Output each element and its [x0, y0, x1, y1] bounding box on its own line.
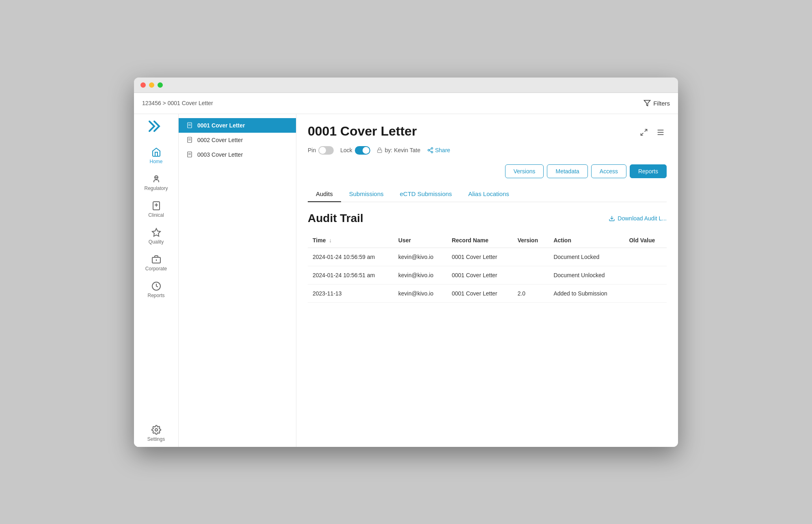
sidebar-item-regulatory[interactable]: Regulatory	[134, 169, 178, 196]
col-record-name: Record Name	[447, 233, 513, 248]
download-audit-link[interactable]: Download Audit L...	[609, 215, 667, 222]
sidebar: Home Regulatory	[134, 114, 179, 447]
col-old-value-label: Old Value	[629, 237, 655, 244]
sidebar-item-corporate-label: Corporate	[145, 266, 167, 272]
cell-action-0: Document Locked	[549, 248, 624, 266]
right-content: 0001 Cover Letter	[296, 114, 678, 447]
clinical-icon	[151, 201, 161, 211]
svg-point-9	[155, 429, 158, 431]
svg-point-26	[428, 149, 430, 151]
cell-record-0: 0001 Cover Letter	[447, 248, 513, 266]
sidebar-item-reports[interactable]: Reports	[134, 276, 178, 303]
sub-tab-audits[interactable]: Audits	[308, 186, 341, 202]
file-item-2[interactable]: 0002 Cover Letter	[179, 133, 296, 147]
file-item-1[interactable]: 0001 Cover Letter	[179, 118, 296, 133]
lock-small-icon	[377, 147, 382, 153]
cell-record-1: 0001 Cover Letter	[447, 266, 513, 284]
svg-rect-24	[378, 150, 382, 152]
share-link[interactable]: Share	[427, 147, 450, 153]
tab-metadata-label: Metadata	[555, 168, 579, 175]
pin-toggle[interactable]	[318, 146, 334, 155]
cell-time-0: 2024-01-24 10:56:59 am	[308, 248, 393, 266]
minimize-button[interactable]	[149, 82, 154, 88]
menu-button[interactable]	[654, 126, 667, 140]
col-user: User	[393, 233, 447, 248]
sub-tab-alias[interactable]: Alias Locations	[460, 186, 517, 202]
home-icon	[151, 147, 161, 157]
file-item-2-label: 0002 Cover Letter	[197, 137, 243, 143]
tab-access-label: Access	[600, 168, 618, 175]
sub-tab-alias-label: Alias Locations	[468, 190, 509, 197]
cell-version-0	[513, 248, 549, 266]
sidebar-item-settings-label: Settings	[147, 436, 165, 442]
cell-user-0: kevin@kivo.io	[393, 248, 447, 266]
logo	[146, 118, 166, 134]
sort-icon: ↓	[329, 237, 332, 244]
file-icon-2	[187, 137, 193, 143]
maximize-button[interactable]	[158, 82, 163, 88]
col-action-label: Action	[553, 237, 571, 244]
filters-button[interactable]: Filters	[644, 99, 670, 107]
tab-versions[interactable]: Versions	[505, 164, 544, 178]
sub-tab-submissions-label: Submissions	[349, 190, 384, 197]
pin-label: Pin	[308, 147, 316, 153]
sidebar-item-quality-label: Quality	[149, 239, 164, 245]
settings-icon	[151, 425, 161, 435]
expand-icon	[640, 128, 648, 136]
sidebar-item-quality[interactable]: Quality	[134, 223, 178, 250]
topbar: 123456 > 0001 Cover Letter Filters	[134, 93, 678, 114]
corporate-icon	[151, 254, 161, 264]
cell-action-1: Document Unlocked	[549, 266, 624, 284]
cell-user-1: kevin@kivo.io	[393, 266, 447, 284]
svg-line-29	[429, 149, 431, 150]
cell-old-value-1	[624, 266, 667, 284]
by-label: by: Kevin Tate	[385, 147, 421, 153]
sub-tab-ectd[interactable]: eCTD Submissions	[392, 186, 460, 202]
sub-tab-audits-label: Audits	[316, 190, 333, 197]
tab-reports[interactable]: Reports	[630, 164, 667, 178]
filter-icon	[644, 99, 651, 107]
col-time[interactable]: Time ↓	[308, 233, 393, 248]
nav-bottom: Settings	[134, 420, 178, 447]
doc-header-actions	[638, 126, 667, 140]
close-button[interactable]	[140, 82, 146, 88]
tab-metadata[interactable]: Metadata	[547, 164, 587, 178]
doc-meta: Pin Lock by: Kevin Tate	[308, 146, 667, 155]
col-time-label: Time	[313, 237, 326, 244]
app-body: 123456 > 0001 Cover Letter Filters	[134, 93, 678, 447]
audit-table: Time ↓ User Record Name Version	[308, 233, 667, 303]
sidebar-item-home-label: Home	[149, 159, 162, 164]
sidebar-item-settings[interactable]: Settings	[134, 420, 178, 447]
cell-action-2: Added to Submission	[549, 284, 624, 302]
file-item-3[interactable]: 0003 Cover Letter	[179, 147, 296, 162]
sidebar-item-clinical-label: Clinical	[148, 212, 164, 218]
file-icon-1	[187, 122, 193, 129]
sidebar-item-regulatory-label: Regulatory	[144, 185, 168, 191]
table-row: 2024-01-24 10:56:51 am kevin@kivo.io 000…	[308, 266, 667, 284]
tab-access[interactable]: Access	[591, 164, 626, 178]
cell-old-value-0	[624, 248, 667, 266]
col-version: Version	[513, 233, 549, 248]
col-record-name-label: Record Name	[452, 237, 488, 244]
cell-time-1: 2024-01-24 10:56:51 am	[308, 266, 393, 284]
tab-reports-label: Reports	[638, 168, 658, 175]
sidebar-item-corporate[interactable]: Corporate	[134, 250, 178, 276]
doc-header: 0001 Cover Letter	[308, 124, 667, 140]
pin-meta: Pin	[308, 146, 334, 155]
file-icon-3	[187, 151, 193, 158]
svg-line-20	[641, 133, 644, 135]
cell-version-2: 2.0	[513, 284, 549, 302]
lock-toggle[interactable]	[355, 146, 370, 155]
main-area: Home Regulatory	[134, 114, 678, 447]
sidebar-item-home[interactable]: Home	[134, 142, 178, 169]
sidebar-item-clinical[interactable]: Clinical	[134, 196, 178, 223]
audit-title: Audit Trail	[308, 212, 363, 225]
by-meta: by: Kevin Tate	[377, 147, 421, 153]
expand-button[interactable]	[638, 127, 650, 139]
sub-tab-submissions[interactable]: Submissions	[341, 186, 392, 202]
col-old-value: Old Value	[624, 233, 667, 248]
table-header-row: Time ↓ User Record Name Version	[308, 233, 667, 248]
svg-point-27	[431, 151, 433, 153]
breadcrumb: 123456 > 0001 Cover Letter	[142, 100, 213, 106]
sub-tabs: Audits Submissions eCTD Submissions Alia…	[308, 186, 667, 202]
